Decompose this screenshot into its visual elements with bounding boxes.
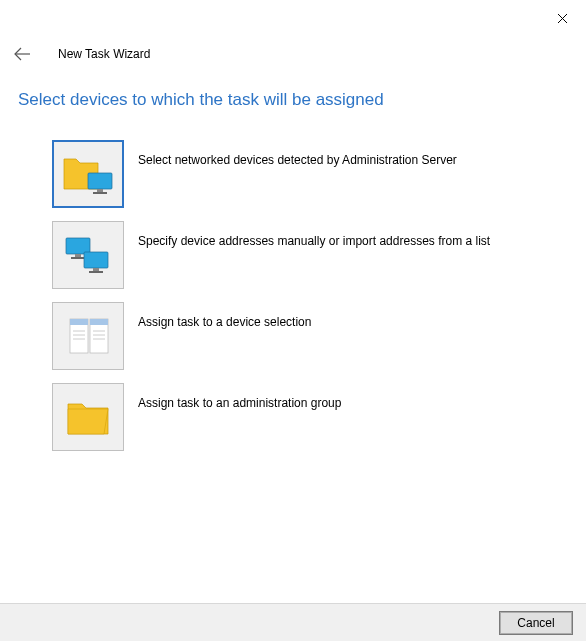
svg-rect-13: [70, 319, 88, 325]
svg-rect-8: [71, 257, 85, 259]
svg-rect-18: [90, 319, 108, 325]
options-list: Select networked devices detected by Adm…: [52, 140, 566, 464]
svg-rect-3: [88, 173, 112, 189]
wizard-title: New Task Wizard: [58, 47, 150, 61]
option-manual-addresses[interactable]: Specify device addresses manually or imp…: [52, 221, 566, 289]
two-monitors-icon: [52, 221, 124, 289]
cancel-button[interactable]: Cancel: [500, 612, 572, 634]
svg-rect-6: [66, 238, 90, 254]
option-label: Select networked devices detected by Adm…: [138, 140, 457, 169]
back-button[interactable]: [10, 42, 34, 66]
svg-rect-10: [93, 268, 99, 271]
svg-rect-7: [75, 254, 81, 257]
close-icon[interactable]: [552, 8, 572, 28]
option-label: Assign task to a device selection: [138, 302, 311, 331]
folder-icon: [52, 383, 124, 451]
option-label: Assign task to an administration group: [138, 383, 341, 412]
svg-rect-11: [89, 271, 103, 273]
folder-monitor-icon: [52, 140, 124, 208]
option-networked-devices[interactable]: Select networked devices detected by Adm…: [52, 140, 566, 208]
option-label: Specify device addresses manually or imp…: [138, 221, 490, 250]
page-heading: Select devices to which the task will be…: [18, 90, 384, 110]
documents-icon: [52, 302, 124, 370]
svg-rect-9: [84, 252, 108, 268]
option-admin-group[interactable]: Assign task to an administration group: [52, 383, 566, 451]
svg-rect-4: [97, 189, 103, 192]
svg-rect-5: [93, 192, 107, 194]
option-device-selection[interactable]: Assign task to a device selection: [52, 302, 566, 370]
footer-bar: Cancel: [0, 603, 586, 641]
